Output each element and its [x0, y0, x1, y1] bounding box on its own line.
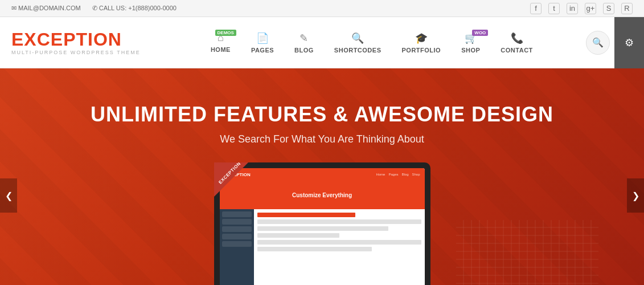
screen-main-row [257, 213, 356, 217]
email-icon: ✉ [11, 5, 17, 11]
phone-info: ✆ CALL US: +1(888)000-0000 [92, 5, 177, 12]
nav-item-portfolio[interactable]: 🎓 PORTFOLIO [391, 17, 451, 68]
shortcodes-icon: 🔍 [351, 32, 364, 44]
nav-label-shop: SHOP [461, 47, 480, 54]
topbar: ✉ MAIL@DOMAIN.COM ✆ CALL US: +1(888)000-… [0, 0, 644, 17]
nav-item-shop[interactable]: 🛒 SHOP WOO [451, 17, 490, 68]
monitor-frame: EXCEPTION EXCEPTION Home Pages Blog Shop [214, 162, 430, 285]
header-actions: 🔍 ⚙ [586, 17, 633, 68]
nav-label-shortcodes: SHORTCODES [334, 47, 382, 54]
corner-badge: EXCEPTION [214, 162, 248, 197]
shop-badge: WOO [472, 30, 488, 36]
screen-main-row [257, 226, 388, 231]
chevron-left-icon: ❮ [5, 190, 13, 201]
phone-number: CALL US: +1(888)000-0000 [99, 5, 177, 11]
screen-sidebar-item [222, 241, 252, 247]
prev-slide-button[interactable]: ❮ [0, 178, 17, 213]
nav-label-contact: CONTACT [501, 47, 532, 54]
monitor-screen: EXCEPTION Home Pages Blog Shop Customize… [220, 168, 425, 285]
screen-nav-item: Pages [388, 173, 398, 176]
screen-nav-item: Shop [412, 173, 420, 176]
keyboard-bg [456, 220, 598, 285]
nav-label-portfolio: PORTFOLIO [401, 47, 441, 54]
portfolio-icon: 🎓 [415, 32, 428, 44]
screen-hero-text: Customize Everything [292, 192, 352, 198]
contact-icon: 📞 [511, 32, 523, 44]
screen-sidebar-item [222, 226, 252, 232]
pages-icon: 📄 [256, 32, 269, 44]
skype-link[interactable]: S [603, 3, 614, 14]
linkedin-link[interactable]: in [567, 3, 578, 14]
screen-sidebar-item [222, 234, 252, 239]
search-button[interactable]: 🔍 [586, 31, 610, 55]
screen-main-row [257, 233, 339, 238]
logo[interactable]: EXCEPTION MULTI-PURPOSE WORDPRESS THEME [11, 30, 141, 55]
monitor-mockup: EXCEPTION EXCEPTION Home Pages Blog Shop [214, 162, 430, 285]
header: EXCEPTION MULTI-PURPOSE WORDPRESS THEME … [0, 17, 644, 68]
rss-link[interactable]: R [621, 3, 633, 14]
screen-hero-inner: Customize Everything [220, 181, 425, 209]
next-slide-button[interactable]: ❯ [627, 178, 644, 213]
hero-subtitle: We Search For What You Are Thinking Abou… [220, 133, 424, 145]
screen-main-row [257, 219, 421, 224]
screen-sidebar-items [220, 209, 254, 251]
screen-nav-item: Blog [401, 173, 408, 176]
screen-sidebar-item [222, 219, 252, 225]
screen-body: Customize Everything [220, 181, 425, 285]
nav-item-pages[interactable]: 📄 PAGES [241, 17, 284, 68]
screen-sidebar-item [222, 211, 252, 217]
email-address: MAIL@DOMAIN.COM [18, 5, 81, 11]
screen-main-content [254, 209, 425, 285]
logo-subtitle: MULTI-PURPOSE WORDPRESS THEME [11, 50, 141, 55]
nav-label-blog: BLOG [294, 47, 314, 54]
social-links: f t in g+ S R [530, 3, 633, 14]
search-icon: 🔍 [592, 37, 604, 48]
screen-nav: Home Pages Blog Shop [376, 173, 420, 176]
screen-sidebar [220, 209, 254, 285]
hero-section: ❮ UNLIMITED FEATURES & AWESOME DESIGN We… [0, 68, 644, 285]
twitter-link[interactable]: t [548, 3, 560, 14]
nav-item-contact[interactable]: 📞 CONTACT [490, 17, 543, 68]
nav-item-home[interactable]: ⌂ HOME DEMOS [200, 17, 241, 68]
nav-label-pages: PAGES [251, 47, 274, 54]
logo-title: EXCEPTION [11, 30, 141, 48]
facebook-link[interactable]: f [530, 3, 542, 14]
screen-main-row [257, 240, 421, 245]
gear-icon: ⚙ [625, 36, 634, 49]
home-badge: DEMOS [215, 30, 236, 36]
chevron-right-icon: ❯ [632, 190, 639, 201]
screen-topbar: EXCEPTION Home Pages Blog Shop [220, 168, 425, 181]
nav-item-shortcodes[interactable]: 🔍 SHORTCODES [324, 17, 392, 68]
phone-icon: ✆ [92, 5, 97, 11]
screen-main-row [257, 247, 372, 251]
googleplus-link[interactable]: g+ [585, 3, 596, 14]
nav-label-home: HOME [211, 46, 231, 53]
screen-nav-item: Home [376, 173, 385, 176]
nav-item-blog[interactable]: ✎ BLOG [284, 17, 324, 68]
main-nav: ⌂ HOME DEMOS 📄 PAGES ✎ BLOG 🔍 SHORTCODES… [163, 17, 580, 68]
hero-title: UNLIMITED FEATURES & AWESOME DESIGN [91, 103, 553, 127]
gear-button[interactable]: ⚙ [614, 17, 644, 68]
blog-icon: ✎ [300, 32, 308, 44]
topbar-contact-info: ✉ MAIL@DOMAIN.COM ✆ CALL US: +1(888)000-… [11, 5, 177, 12]
email-info: ✉ MAIL@DOMAIN.COM [11, 5, 81, 12]
